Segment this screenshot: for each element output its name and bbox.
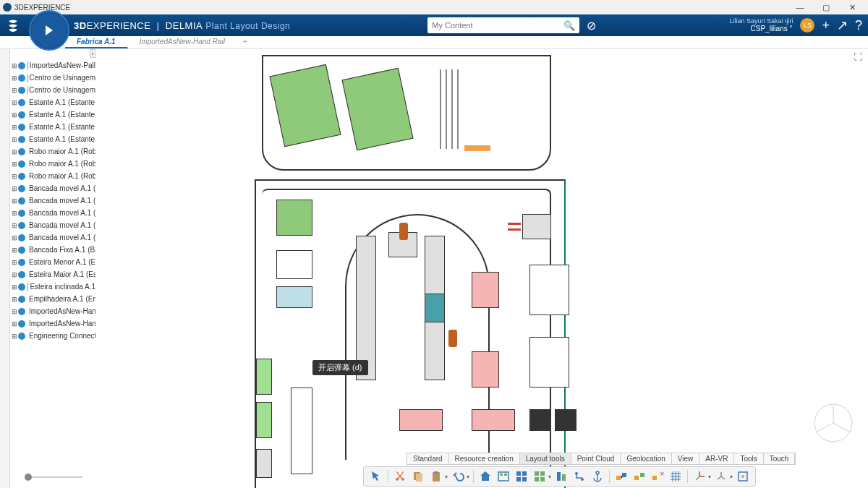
bottom-tab[interactable]: Point Cloud — [571, 453, 621, 464]
grid1-icon[interactable] — [514, 468, 529, 484]
anchor-icon[interactable] — [590, 468, 605, 484]
tree-item[interactable]: ⊞ Empilhadeira A.1 (Em — [10, 293, 95, 305]
expand-icon[interactable]: ⊞ — [12, 283, 17, 291]
share-icon[interactable]: ↗ — [837, 17, 848, 33]
tree-item[interactable]: ⊞ ImportedAsNew-Han — [10, 317, 95, 330]
tree-item[interactable]: ⊞ Esteira Maior A.1 (Es — [10, 268, 95, 281]
expand-icon[interactable]: ⊞ — [12, 111, 17, 119]
tree-item[interactable]: ⊞ Estante A.1 (Estante. — [10, 108, 95, 121]
help-icon[interactable]: ? — [855, 18, 862, 33]
minimize-button[interactable]: — — [787, 0, 813, 14]
elem-icon[interactable] — [735, 468, 751, 484]
tree-item[interactable]: ⊞ Esteira inclinada A.1 — [10, 281, 95, 293]
search-box[interactable]: 🔍 — [427, 17, 579, 33]
expand-icon[interactable]: ⊞ — [12, 99, 17, 106]
tab-add-button[interactable]: + — [237, 36, 253, 48]
paste-icon[interactable] — [428, 468, 444, 484]
close-button[interactable]: ✕ — [839, 0, 865, 14]
axes-icon[interactable] — [692, 468, 707, 484]
view-compass-icon[interactable] — [812, 401, 855, 445]
cut-icon[interactable] — [392, 468, 408, 484]
expand-icon[interactable]: ⊞ — [12, 259, 17, 266]
bottom-tab[interactable]: Tools — [734, 453, 763, 464]
bottom-tab[interactable]: Standard — [407, 453, 449, 464]
expand-icon[interactable]: ⊞ — [12, 136, 17, 143]
search-icon[interactable]: 🔍 — [563, 20, 575, 31]
expand-icon[interactable]: ⊞ — [12, 87, 17, 94]
expand-icon[interactable]: ⊞ — [12, 173, 17, 180]
tree-item[interactable]: ⊞ Esteira Menor A.1 (E: — [10, 256, 95, 268]
expand-icon[interactable]: ⊞ — [12, 296, 17, 303]
assem2-icon[interactable] — [631, 468, 647, 484]
svg-point-7 — [18, 148, 25, 155]
search-input[interactable] — [432, 21, 563, 30]
user-info[interactable]: Lilian Sayuri Sakai Ijiri CSP_lilians ˅ — [729, 18, 793, 33]
bottom-tab[interactable]: Layout tools — [520, 453, 571, 464]
layout-icon[interactable] — [495, 468, 511, 484]
assem3-icon[interactable]: ✕ — [650, 468, 665, 484]
tree-item-label: Empilhadeira A.1 (Em — [29, 295, 95, 303]
tree-collapse-handle[interactable]: ‹ — [90, 49, 95, 58]
tree-item[interactable]: ⊞ Bancada movel A.1 (I — [10, 231, 95, 244]
compass-widget[interactable] — [29, 10, 69, 51]
tree-item[interactable]: ⊞ Bancada movel A.1 (I — [10, 194, 95, 207]
bottom-tab[interactable]: Geolocation — [621, 453, 671, 464]
tree-item[interactable]: ⊞ Robo maior A.1 (Rob — [10, 145, 95, 158]
home-icon[interactable] — [477, 468, 493, 484]
tag-icon[interactable]: ⊘ — [587, 19, 596, 33]
undo-icon[interactable] — [450, 468, 466, 484]
grid2-icon[interactable] — [532, 468, 548, 484]
grid-icon[interactable] — [668, 468, 684, 484]
tree-item[interactable]: ⊞ Robo maior A.1 (Rob — [10, 170, 95, 182]
copy-icon[interactable] — [410, 468, 426, 484]
expand-icon[interactable]: ⊞ — [12, 333, 17, 340]
expand-icon[interactable]: ⊞ — [12, 320, 17, 328]
expand-icon[interactable]: ⊞ — [12, 185, 17, 192]
bottom-tab[interactable]: Resource creation — [449, 453, 520, 464]
bottom-tab[interactable]: AR-VR — [699, 453, 734, 464]
align-icon[interactable] — [553, 468, 569, 484]
assem1-icon[interactable] — [613, 468, 629, 484]
add-icon[interactable]: + — [822, 18, 830, 33]
tab-inactive[interactable]: ImportedAsNew-Hand Rail — [128, 36, 237, 48]
expand-icon[interactable]: ⊞ — [12, 74, 17, 82]
expand-icon[interactable]: ⊞ — [12, 247, 17, 254]
tree-item[interactable]: ⊞ ImportedAsNew-Han — [10, 305, 95, 317]
tree-item[interactable]: ⊞ Bancada Fixa A.1 (Ba — [10, 244, 95, 256]
expand-icon[interactable]: ⊞ — [12, 197, 17, 205]
tree-slider[interactable] — [25, 476, 82, 478]
viewport-3d[interactable]: ⛶ — [95, 49, 868, 488]
bottom-tab[interactable]: View — [672, 453, 700, 464]
tree-item[interactable]: ⊞ Centro de Usinagem — [10, 84, 95, 96]
expand-icon[interactable]: ⊞ — [12, 148, 17, 155]
svg-rect-40 — [535, 477, 539, 481]
tab-active[interactable]: Fabrica A.1 — [65, 36, 128, 48]
expand-icon[interactable]: ⛶ — [854, 52, 862, 62]
expand-icon[interactable]: ⊞ — [12, 234, 17, 241]
expand-icon[interactable]: ⊞ — [12, 160, 17, 168]
tree-item[interactable]: ⊞ Bancada movel A.1 (I — [10, 219, 95, 231]
avatar[interactable]: LS — [800, 18, 814, 33]
tree-item[interactable]: ⊞ Bancada movel A.1 (I — [10, 207, 95, 219]
expand-icon[interactable]: ⊞ — [12, 210, 17, 217]
expand-icon[interactable]: ⊞ — [12, 124, 17, 131]
tree-item[interactable]: ⊞ Robo maior A.1 (Rob — [10, 158, 95, 170]
tree-item[interactable]: ⊞ Centro de Usinagem — [10, 72, 95, 84]
arrow-tool-icon[interactable] — [368, 468, 384, 484]
tree-item[interactable]: ⊞ Estante A.1 (Estante. — [10, 96, 95, 108]
tree-item[interactable]: ⊞ Engineering Connect — [10, 330, 95, 342]
flow-icon[interactable] — [571, 468, 587, 484]
tree-item[interactable]: ⊞ Estante A.1 (Estante. — [10, 133, 95, 145]
expand-icon[interactable]: ⊞ — [12, 308, 17, 315]
expand-icon[interactable]: ⊞ — [12, 62, 17, 69]
expand-icon[interactable]: ⊞ — [12, 222, 17, 229]
triad-icon[interactable] — [713, 468, 729, 484]
expand-icon[interactable]: ⊞ — [12, 271, 17, 278]
tree-item-label: Robo maior A.1 (Rob — [29, 160, 95, 168]
tree-item[interactable]: ⊞ Estante A.1 (Estante. — [10, 121, 95, 133]
bottom-tab[interactable]: Touch — [764, 453, 796, 464]
tree-item[interactable]: ⊞ ImportedAsNew-Pall — [10, 59, 95, 72]
tree-item[interactable]: ⊞ Bancada movel A.1 (I — [10, 182, 95, 194]
maximize-button[interactable]: ▢ — [813, 0, 839, 14]
sidebar-rail[interactable] — [0, 49, 10, 488]
